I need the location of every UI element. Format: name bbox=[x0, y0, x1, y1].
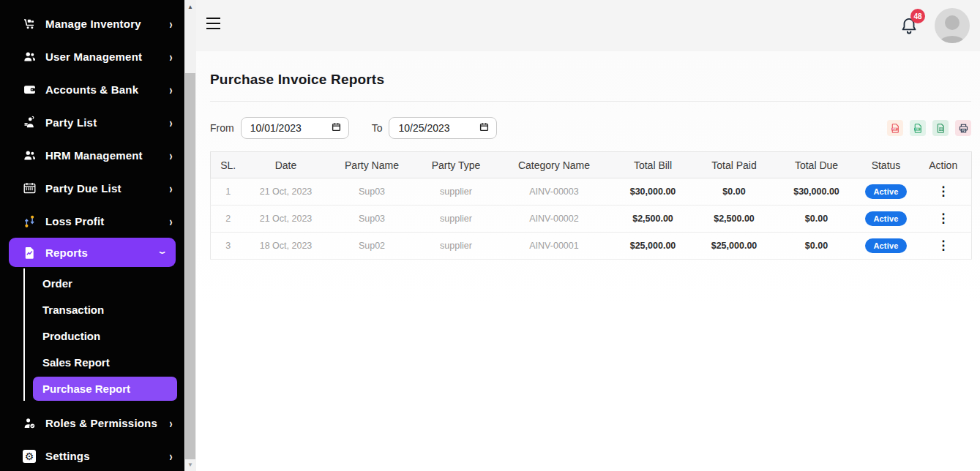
sidebar-item-user-management[interactable]: User Management› bbox=[0, 40, 184, 73]
sidebar-item-label: User Management bbox=[45, 50, 169, 63]
content-area: 48 Purchase Invoice Reports From 10/01/2… bbox=[196, 0, 980, 471]
cell-total-bill: $2,500.00 bbox=[614, 206, 692, 233]
chevron-right-icon: › bbox=[170, 49, 173, 64]
sidebar-item-label: Manage Inventory bbox=[45, 18, 169, 30]
excel-file-icon bbox=[935, 123, 946, 134]
cell-party-name: Sup02 bbox=[326, 233, 418, 260]
calendar-icon[interactable] bbox=[332, 122, 341, 134]
submenu-item-order[interactable]: Order bbox=[0, 270, 184, 296]
column-header-date: Date bbox=[246, 152, 326, 178]
column-header-action: Action bbox=[916, 152, 972, 178]
cell-action: ⋮ bbox=[916, 206, 972, 233]
cell-sl: 3 bbox=[211, 233, 246, 260]
status-badge: Active bbox=[865, 184, 906, 199]
cell-action: ⋮ bbox=[916, 233, 972, 260]
sidebar-nav: Manage Inventory›User Management›Account… bbox=[0, 7, 184, 471]
scroll-up-arrow-icon[interactable]: ▲ bbox=[184, 1, 196, 12]
cell-party-name: Sup03 bbox=[326, 206, 418, 233]
excel-export-button[interactable] bbox=[932, 120, 949, 136]
row-actions-kebab-icon[interactable]: ⋮ bbox=[937, 186, 949, 197]
sidebar-item-settings[interactable]: ⚙Settings› bbox=[0, 440, 184, 471]
wallet-icon bbox=[22, 83, 37, 97]
sidebar-item-hrm-management[interactable]: HRM Management› bbox=[0, 139, 184, 172]
submenu-item-production[interactable]: Production bbox=[0, 323, 184, 349]
chevron-right-icon: › bbox=[170, 214, 173, 228]
column-header-party-name: Party Name bbox=[326, 152, 418, 178]
sidebar-item-label: HRM Management bbox=[45, 149, 169, 162]
scrollbar-thumb[interactable] bbox=[185, 73, 195, 459]
svg-text:PDF: PDF bbox=[892, 127, 897, 130]
sidebar-item-label: Loss Profit bbox=[45, 215, 169, 227]
users-icon bbox=[22, 148, 37, 163]
cell-sl: 1 bbox=[211, 178, 246, 206]
row-actions-kebab-icon[interactable]: ⋮ bbox=[937, 213, 949, 224]
svg-text:CSV: CSV bbox=[915, 127, 919, 130]
chevron-right-icon: › bbox=[170, 415, 173, 430]
row-actions-kebab-icon[interactable]: ⋮ bbox=[937, 240, 949, 251]
hamburger-menu-icon[interactable] bbox=[203, 11, 228, 36]
submenu-item-sales-report[interactable]: Sales Report bbox=[0, 349, 184, 375]
chevron-right-icon: › bbox=[170, 115, 173, 129]
table-row: 221 Oct, 2023Sup03supplierAINV-00002$2,5… bbox=[211, 206, 972, 233]
table-header-row: SL.DateParty NameParty TypeCategory Name… bbox=[211, 152, 972, 178]
party-icon bbox=[22, 116, 37, 130]
table-row: 318 Oct, 2023Sup02supplierAINV-00001$25,… bbox=[211, 233, 972, 260]
to-date-input[interactable]: 10/25/2023 bbox=[389, 117, 497, 139]
sidebar-item-label: Roles & Permissions bbox=[45, 417, 169, 429]
printer-icon bbox=[958, 123, 969, 134]
column-header-total-paid: Total Paid bbox=[692, 152, 777, 178]
cell-status: Active bbox=[857, 206, 916, 233]
sidebar: Manage Inventory›User Management›Account… bbox=[0, 0, 184, 471]
from-label: From bbox=[210, 122, 234, 134]
status-badge: Active bbox=[865, 238, 906, 253]
notifications-button[interactable]: 48 bbox=[899, 16, 919, 38]
sidebar-item-label: Party Due List bbox=[45, 182, 169, 195]
sidebar-item-roles-permissions[interactable]: Roles & Permissions› bbox=[0, 407, 184, 440]
column-header-category-name: Category Name bbox=[495, 152, 614, 178]
chevron-right-icon: › bbox=[170, 181, 173, 195]
print-button[interactable] bbox=[955, 120, 971, 136]
sidebar-scrollbar[interactable]: ▲ ▼ bbox=[184, 0, 196, 471]
sidebar-item-label: Settings bbox=[45, 450, 169, 462]
users-icon bbox=[22, 50, 37, 64]
pdf-export-button[interactable]: PDF bbox=[887, 120, 903, 136]
sidebar-item-accounts-bank[interactable]: Accounts & Bank› bbox=[0, 73, 184, 106]
cell-sl: 2 bbox=[211, 206, 246, 233]
table-row: 121 Oct, 2023Sup03supplierAINV-00003$30,… bbox=[211, 178, 972, 206]
cell-date: 21 Oct, 2023 bbox=[246, 206, 326, 233]
submenu-item-transaction[interactable]: Transaction bbox=[0, 296, 184, 323]
page-title: Purchase Invoice Reports bbox=[210, 72, 971, 88]
avatar[interactable] bbox=[935, 8, 970, 43]
column-header-sl: SL. bbox=[211, 152, 246, 178]
app-window: Manage Inventory›User Management›Account… bbox=[0, 0, 980, 471]
cell-total-due: $30,000.00 bbox=[777, 178, 857, 206]
divider bbox=[210, 101, 971, 102]
notification-count-badge: 48 bbox=[910, 9, 925, 23]
calendar-icon[interactable] bbox=[479, 122, 489, 134]
sidebar-item-loss-profit[interactable]: Loss Profit› bbox=[0, 205, 184, 238]
chevron-down-icon: › bbox=[156, 251, 171, 254]
from-date-input[interactable]: 10/01/2023 bbox=[241, 117, 349, 139]
submenu-guide-line bbox=[23, 268, 25, 401]
sidebar-item-reports[interactable]: Reports› bbox=[9, 238, 176, 267]
top-header: 48 bbox=[196, 0, 980, 51]
reports-submenu: OrderTransactionProductionSales ReportPu… bbox=[0, 267, 184, 407]
scroll-down-arrow-icon[interactable]: ▼ bbox=[184, 459, 196, 470]
sidebar-item-label: Accounts & Bank bbox=[45, 83, 169, 96]
chevron-right-icon: › bbox=[170, 148, 173, 162]
cell-total-bill: $25,000.00 bbox=[614, 233, 692, 260]
sidebar-item-label: Party List bbox=[45, 116, 169, 129]
sidebar-item-party-due-list[interactable]: Party Due List› bbox=[0, 172, 184, 205]
cell-action: ⋮ bbox=[916, 178, 972, 206]
cell-total-bill: $30,000.00 bbox=[614, 178, 692, 206]
cell-total-paid: $0.00 bbox=[692, 178, 777, 206]
cell-party-type: supplier bbox=[418, 178, 495, 206]
cell-date: 18 Oct, 2023 bbox=[246, 233, 326, 260]
export-buttons: PDFCSV bbox=[887, 120, 971, 136]
sidebar-item-manage-inventory[interactable]: Manage Inventory› bbox=[0, 7, 184, 40]
inventory-icon bbox=[22, 17, 37, 31]
roles-icon bbox=[22, 416, 37, 431]
sidebar-item-party-list[interactable]: Party List› bbox=[0, 106, 184, 139]
csv-export-button[interactable]: CSV bbox=[910, 120, 926, 136]
submenu-item-purchase-report[interactable]: Purchase Report bbox=[33, 377, 177, 401]
